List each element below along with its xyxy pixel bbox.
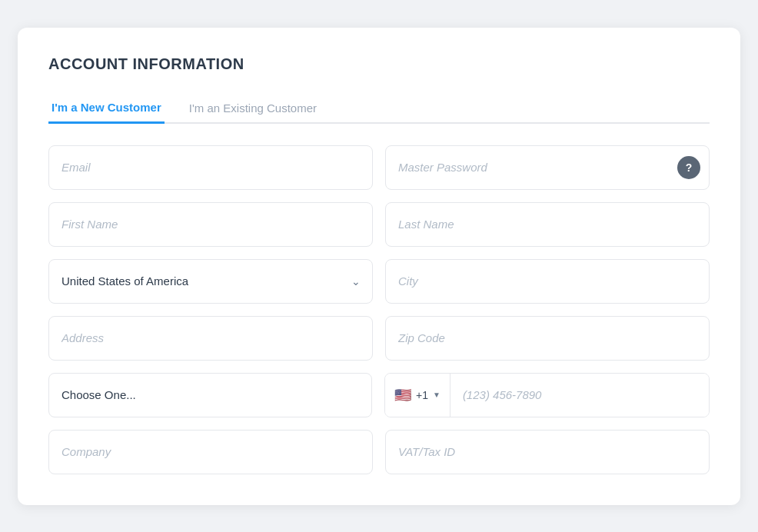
email-input[interactable] [48,145,373,190]
country-select[interactable]: United States of America [48,259,373,304]
password-help-button[interactable]: ? [677,156,700,179]
vat-input[interactable] [385,430,710,474]
phone-country-code: +1 [416,389,428,401]
first-name-field-wrapper [48,202,373,247]
account-type-wrapper: Choose One... [48,373,372,417]
form-row-country-city: United States of America ⌄ [48,259,710,304]
form-row-credentials: ? [48,145,710,190]
us-flag-icon: 🇺🇸 [394,387,411,404]
form-row-address-zip [48,316,710,361]
last-name-input[interactable] [385,202,710,247]
city-input[interactable] [385,259,710,304]
phone-country-selector[interactable]: 🇺🇸 +1 ▼ [385,374,450,417]
tab-existing-customer[interactable]: I'm an Existing Customer [186,93,320,124]
password-field-wrapper: ? [385,145,710,190]
vat-field-wrapper [385,430,710,474]
form-row-type-phone: Choose One... 🇺🇸 +1 ▼ [48,373,710,417]
tab-new-customer[interactable]: I'm a New Customer [48,93,165,124]
address-field-wrapper [48,316,373,361]
account-type-select[interactable]: Choose One... [48,373,372,417]
last-name-field-wrapper [385,202,710,247]
city-field-wrapper [385,259,710,304]
tab-bar: I'm a New Customer I'm an Existing Custo… [48,91,710,124]
phone-field-wrapper: 🇺🇸 +1 ▼ [384,373,710,417]
first-name-input[interactable] [48,202,373,247]
account-information-card: ACCOUNT INFORMATION I'm a New Customer I… [18,28,740,505]
form-row-name [48,202,710,247]
registration-form: ? United States of America ⌄ [48,145,710,474]
section-title: ACCOUNT INFORMATION [48,55,710,73]
form-row-company-vat [48,430,710,474]
zip-input[interactable] [385,316,710,361]
email-field-wrapper [48,145,373,190]
phone-number-input[interactable] [450,374,709,417]
password-input[interactable] [385,145,710,190]
address-input[interactable] [48,316,373,361]
phone-country-chevron-icon: ▼ [433,391,441,399]
country-select-wrapper: United States of America ⌄ [48,259,373,304]
company-field-wrapper [48,430,373,474]
company-input[interactable] [48,430,373,474]
zip-field-wrapper [385,316,710,361]
